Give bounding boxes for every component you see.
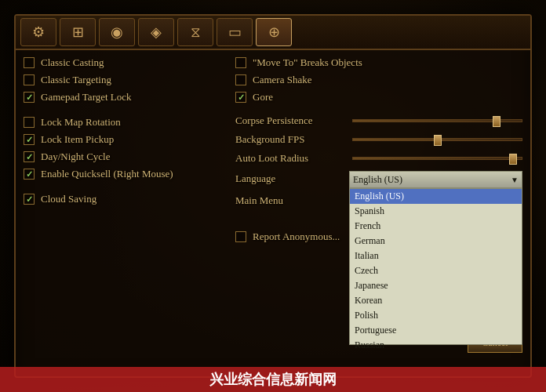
camera-shake-item[interactable]: Camera Shake <box>235 74 522 86</box>
gamepad-target-lock-label: Gamepad Target Lock <box>41 91 132 103</box>
day-night-cycle-label: Day/Night Cycle <box>41 151 110 163</box>
lang-option-french[interactable]: French <box>350 219 522 234</box>
settings-panel: ⚙ ⊞ ◉ ◈ ⧖ ▭ ⊕ Classic Casting Classic Ta… <box>14 14 532 378</box>
move-to-breaks-checkbox[interactable] <box>235 57 246 68</box>
language-selected-text: English (US) <box>353 174 402 186</box>
tab-bar: ⚙ ⊞ ◉ ◈ ⧖ ▭ ⊕ <box>16 16 530 50</box>
classic-targeting-label: Classic Targeting <box>41 74 111 86</box>
auto-loot-radius-slider[interactable] <box>352 157 522 160</box>
corpse-persistence-label: Corpse Persistence <box>235 114 349 127</box>
lang-option-portuguese[interactable]: Portuguese <box>350 323 522 338</box>
language-label: Language <box>235 171 349 185</box>
language-list: English (US) Spanish French German Itali… <box>349 188 522 345</box>
lang-option-english-us[interactable]: English (US) <box>350 189 522 204</box>
lock-item-pickup-item[interactable]: Lock Item Pickup <box>24 133 228 146</box>
content-area: Classic Casting Classic Targeting Gamepa… <box>16 50 530 376</box>
day-night-cycle-item[interactable]: Day/Night Cycle <box>24 151 228 163</box>
camera-shake-label: Camera Shake <box>253 74 311 86</box>
language-row: Language English (US) ▼ English (US) Spa… <box>235 171 522 188</box>
report-anonymous-label: Report Anonymous... <box>253 230 340 243</box>
enable-quicksell-item[interactable]: Enable Quicksell (Right Mouse) <box>24 168 228 180</box>
gore-label: Gore <box>253 91 273 103</box>
lang-option-japanese[interactable]: Japanese <box>350 278 522 293</box>
cloud-saving-item[interactable]: Cloud Saving <box>24 193 228 205</box>
gamepad-target-lock-item[interactable]: Gamepad Target Lock <box>24 91 228 103</box>
move-to-breaks-label: "Move To" Breaks Objects <box>253 56 362 69</box>
gore-checkbox[interactable] <box>235 92 246 103</box>
lock-map-rotation-label: Lock Map Rotation <box>41 116 121 129</box>
left-column: Classic Casting Classic Targeting Gamepa… <box>24 56 235 370</box>
lang-option-russian[interactable]: Russian <box>350 338 522 353</box>
tab-gear[interactable]: ⚙ <box>20 18 56 46</box>
camera-shake-checkbox[interactable] <box>235 74 246 85</box>
tab-person[interactable]: ◉ <box>99 18 135 46</box>
corpse-persistence-row: Corpse Persistence <box>235 114 522 127</box>
classic-targeting-item[interactable]: Classic Targeting <box>24 74 228 86</box>
auto-loot-radius-label: Auto Loot Radius <box>235 152 349 165</box>
lock-map-rotation-item[interactable]: Lock Map Rotation <box>24 116 228 129</box>
lock-item-pickup-checkbox[interactable] <box>24 134 35 145</box>
corpse-persistence-slider[interactable] <box>352 119 522 122</box>
cloud-saving-label: Cloud Saving <box>41 193 96 205</box>
watermark: 兴业综合信息新闻网 <box>0 367 546 392</box>
tab-grid[interactable]: ⊞ <box>60 18 96 46</box>
language-dropdown-arrow: ▼ <box>511 176 519 184</box>
background-fps-label: Background FPS <box>235 133 349 146</box>
cloud-saving-checkbox[interactable] <box>24 194 35 205</box>
enable-quicksell-label: Enable Quicksell (Right Mouse) <box>41 168 173 180</box>
lock-item-pickup-label: Lock Item Pickup <box>41 133 114 146</box>
language-selected[interactable]: English (US) ▼ <box>349 171 522 188</box>
day-night-cycle-checkbox[interactable] <box>24 151 35 162</box>
enable-quicksell-checkbox[interactable] <box>24 169 35 180</box>
gore-item[interactable]: Gore <box>235 91 522 103</box>
move-to-breaks-item[interactable]: "Move To" Breaks Objects <box>235 56 522 69</box>
gamepad-target-lock-checkbox[interactable] <box>24 92 35 103</box>
lang-option-polish[interactable]: Polish <box>350 308 522 323</box>
lang-option-korean[interactable]: Korean <box>350 293 522 308</box>
classic-casting-label: Classic Casting <box>41 56 104 69</box>
lang-option-spanish[interactable]: Spanish <box>350 204 522 219</box>
lang-option-italian[interactable]: Italian <box>350 249 522 263</box>
lang-option-german[interactable]: German <box>350 234 522 249</box>
classic-casting-checkbox[interactable] <box>24 57 35 68</box>
lock-map-rotation-checkbox[interactable] <box>24 117 35 128</box>
main-menu-label: Main Menu <box>235 194 349 207</box>
tab-folder[interactable]: ▭ <box>217 18 253 46</box>
auto-loot-radius-row: Auto Loot Radius <box>235 152 522 165</box>
background-fps-row: Background FPS <box>235 133 522 146</box>
language-dropdown[interactable]: English (US) ▼ English (US) Spanish Fren… <box>349 171 522 188</box>
background-fps-slider[interactable] <box>352 138 522 141</box>
tab-flask[interactable]: ⧖ <box>177 18 213 46</box>
right-column: "Move To" Breaks Objects Camera Shake Go… <box>235 56 522 370</box>
classic-targeting-checkbox[interactable] <box>24 74 35 85</box>
report-anonymous-checkbox[interactable] <box>235 231 246 242</box>
classic-casting-item[interactable]: Classic Casting <box>24 56 228 69</box>
tab-globe[interactable]: ⊕ <box>256 18 292 46</box>
tab-bag[interactable]: ◈ <box>138 18 174 46</box>
lang-option-czech[interactable]: Czech <box>350 263 522 278</box>
